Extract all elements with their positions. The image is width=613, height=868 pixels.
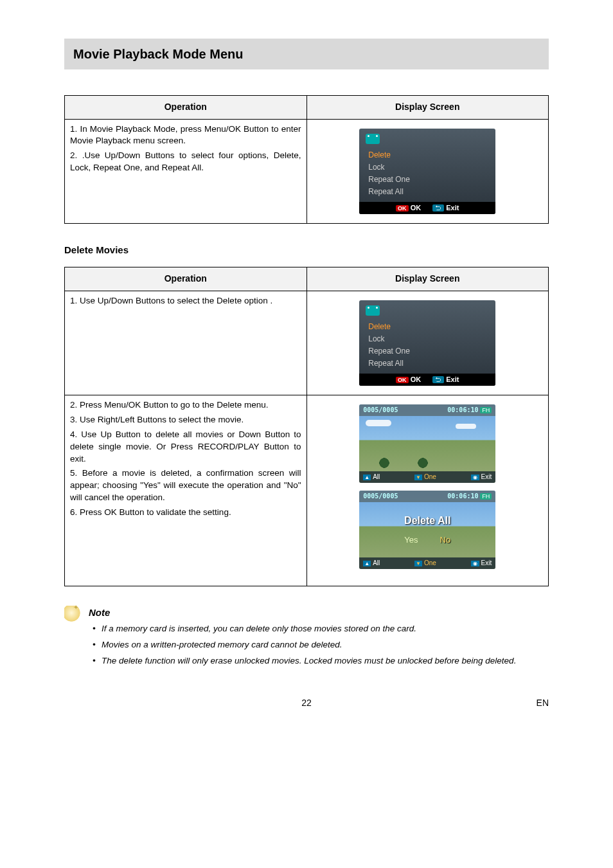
note-title: Note — [89, 606, 516, 619]
intro-step-2: 2. .Use Up/Down Buttons to select four o… — [70, 150, 301, 174]
ok-badge: OK — [396, 377, 409, 383]
ok-label: OK — [411, 375, 422, 383]
menu-item-repeat-one: Repeat One — [366, 345, 489, 357]
exit-btn-2: Exit — [471, 559, 492, 568]
page-footer: 22 EN — [64, 697, 549, 709]
time: 00:06:10 — [447, 406, 478, 413]
delete-row1-display: Delete Lock Repeat One Repeat All OK OK … — [306, 291, 549, 395]
lang-label: EN — [537, 697, 549, 710]
col-display-2: Display Screen — [306, 267, 549, 291]
menu-screen: Delete Lock Repeat One Repeat All OK OK … — [359, 129, 495, 214]
playback-top-bar: 0005/0005 00:06:10 FH — [359, 404, 495, 416]
confirm-bottom-bar: All One Exit — [359, 557, 495, 569]
one-btn: One — [414, 473, 436, 482]
movie-icon — [366, 305, 380, 316]
yes-option: Yes — [404, 534, 418, 546]
menu-item-lock: Lock — [366, 333, 489, 345]
delete-step-6: 6. Press OK Button to validate the setti… — [70, 507, 301, 519]
delete-table: Operation Display Screen 1. Use Up/Down … — [64, 267, 549, 586]
intro-table: Operation Display Screen 1. In Movie Pla… — [64, 95, 549, 224]
confirm-screen: 0005/0005 00:06:10 FH Delete All Yes No … — [359, 491, 495, 569]
delete-row1-op: 1. Use Up/Down Buttons to select the Del… — [65, 291, 307, 395]
all-btn: All — [363, 473, 380, 482]
exit-badge: ⮌ — [432, 204, 444, 212]
one-btn-2: One — [414, 559, 436, 568]
note-item-1: If a memory card is inserted, you can de… — [91, 623, 516, 635]
delete-step-3: 3. Use Right/Left Buttons to select the … — [70, 414, 301, 426]
delete-movies-title: Delete Movies — [64, 243, 549, 257]
col-display: Display Screen — [306, 96, 549, 120]
menu-item-repeat-all: Repeat All — [366, 357, 489, 370]
delete-step-2: 2. Press Menu/OK Button to go to the Del… — [70, 399, 301, 411]
delete-step-4: 4. Use Up Button to delete all movies or… — [70, 429, 301, 466]
menu-item-repeat-all: Repeat All — [366, 186, 489, 198]
counter: 0005/0005 — [363, 406, 398, 415]
intro-operation-cell: 1. In Movie Playback Mode, press Menu/OK… — [65, 119, 307, 223]
section-title: Movie Playback Mode Menu — [73, 45, 540, 63]
exit-label: Exit — [446, 375, 459, 383]
menu-item-delete: Delete — [366, 321, 489, 333]
delete-step-1: 1. Use Up/Down Buttons to select the Del… — [70, 295, 301, 307]
intro-step-1: 1. In Movie Playback Mode, press Menu/OK… — [70, 123, 301, 148]
menu-item-repeat-one: Repeat One — [366, 174, 489, 186]
no-option: No — [440, 534, 451, 546]
exit-btn: Exit — [471, 473, 492, 482]
intro-display-cell: Delete Lock Repeat One Repeat All OK OK … — [306, 119, 549, 223]
note-item-2: Movies on a written-protected memory car… — [91, 639, 516, 651]
ok-badge: OK — [396, 205, 409, 212]
menu-item-lock: Lock — [366, 161, 489, 174]
movie-icon — [366, 134, 380, 144]
menu-item-delete: Delete — [366, 149, 489, 161]
playback-screen: 0005/0005 00:06:10 FH All One Exit — [359, 404, 495, 483]
note-icon — [64, 606, 82, 624]
col-operation: Operation — [65, 96, 307, 120]
menu-footer-2: OK OK ⮌ Exit — [359, 374, 495, 386]
all-btn-2: All — [363, 559, 380, 568]
delete-all-title: Delete All — [404, 514, 450, 528]
exit-label: Exit — [446, 204, 459, 212]
section-header: Movie Playback Mode Menu — [64, 39, 549, 69]
playback-bottom-bar: All One Exit — [359, 471, 495, 483]
delete-row2-display: 0005/0005 00:06:10 FH All One Exit 0005/… — [306, 395, 549, 586]
delete-row2-op: 2. Press Menu/OK Button to go to the Del… — [65, 395, 307, 586]
page-number: 22 — [301, 697, 312, 710]
note-item-3: The delete function will only erase unlo… — [91, 655, 516, 667]
fh-badge: FH — [480, 407, 492, 413]
exit-badge: ⮌ — [432, 376, 444, 383]
menu-footer: OK OK ⮌ Exit — [359, 202, 495, 214]
col-operation-2: Operation — [65, 267, 307, 291]
note-block: Note If a memory card is inserted, you c… — [64, 606, 549, 671]
menu-screen-2: Delete Lock Repeat One Repeat All OK OK … — [359, 300, 495, 386]
ok-label: OK — [411, 204, 422, 212]
delete-step-5: 5. Before a movie is deleted, a confirma… — [70, 467, 301, 504]
